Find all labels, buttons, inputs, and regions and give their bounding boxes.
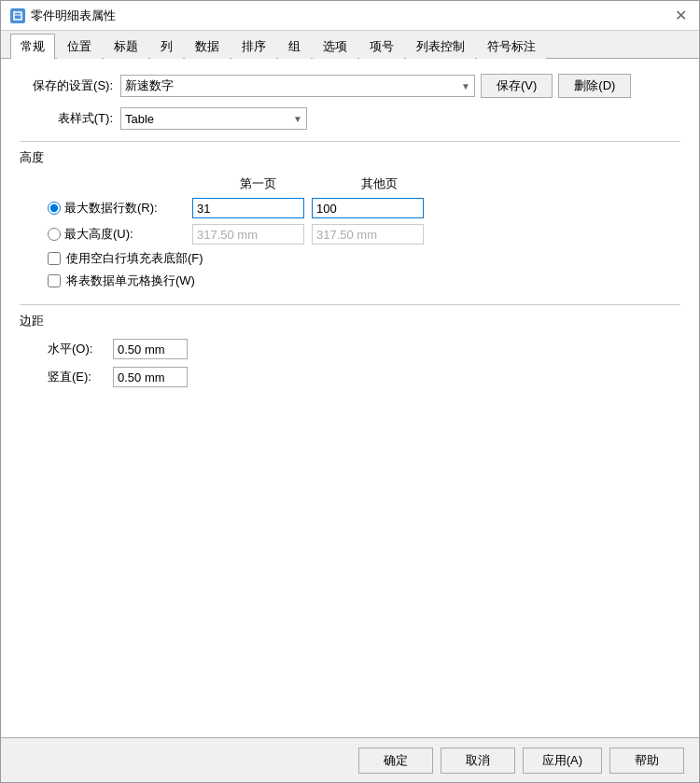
height-divider xyxy=(20,141,680,142)
tab-position[interactable]: 位置 xyxy=(57,34,102,59)
table-style-control: Table ▼ xyxy=(120,107,680,130)
wrap-cells-row[interactable]: 将表数据单元格换行(W) xyxy=(48,273,680,289)
tab-list-control[interactable]: 列表控制 xyxy=(406,34,475,59)
saved-settings-value: 新速数字 xyxy=(125,77,174,94)
ok-button[interactable]: 确定 xyxy=(358,748,433,774)
height-title: 高度 xyxy=(20,149,680,166)
tab-data[interactable]: 数据 xyxy=(185,34,230,59)
tab-bar: 常规 位置 标题 列 数据 排序 组 选项 项号 列表控制 符号标注 xyxy=(1,31,699,59)
title-bar: 零件明细表属性 ✕ xyxy=(1,1,699,31)
margin-divider xyxy=(20,304,680,305)
max-height-radio-label[interactable]: 最大高度(U): xyxy=(48,226,192,243)
max-height-other-input[interactable] xyxy=(312,224,424,245)
col-first-page: 第一页 xyxy=(197,175,318,192)
height-col-headers: 第一页 其他页 xyxy=(48,175,680,192)
fill-empty-label: 使用空白行填充表底部(F) xyxy=(66,250,203,267)
table-style-arrow: ▼ xyxy=(293,114,302,124)
footer: 确定 取消 应用(A) 帮助 xyxy=(1,737,699,782)
tab-title[interactable]: 标题 xyxy=(104,34,148,59)
max-rows-row: 最大数据行数(R): xyxy=(48,198,680,218)
close-button[interactable]: ✕ xyxy=(671,7,690,25)
vertical-margin-label: 竖直(E): xyxy=(48,369,113,385)
tab-general[interactable]: 常规 xyxy=(10,34,55,59)
saved-settings-select[interactable]: 新速数字 ▼ xyxy=(120,75,475,97)
save-button[interactable]: 保存(V) xyxy=(481,74,553,98)
horizontal-margin-row: 水平(O): xyxy=(48,339,680,359)
col-other-pages: 其他页 xyxy=(318,175,440,192)
margin-section: 边距 水平(O): 竖直(E): xyxy=(20,313,680,387)
fill-empty-checkbox[interactable] xyxy=(48,252,61,265)
tab-columns[interactable]: 列 xyxy=(150,34,183,59)
svg-rect-0 xyxy=(14,12,21,20)
help-button[interactable]: 帮助 xyxy=(609,748,684,774)
table-style-row: 表样式(T): Table ▼ xyxy=(20,107,680,130)
wrap-cells-label: 将表数据单元格换行(W) xyxy=(66,273,195,289)
vertical-margin-input[interactable] xyxy=(113,367,188,387)
max-height-label: 最大高度(U): xyxy=(64,226,133,243)
main-content: 保存的设置(S): 新速数字 ▼ 保存(V) 删除(D) 表样式(T): Tab… xyxy=(1,59,699,737)
saved-settings-label: 保存的设置(S): xyxy=(20,77,113,94)
saved-settings-arrow: ▼ xyxy=(461,81,470,91)
max-rows-radio-label[interactable]: 最大数据行数(R): xyxy=(48,200,192,217)
max-height-radio[interactable] xyxy=(48,228,61,241)
fill-empty-row[interactable]: 使用空白行填充表底部(F) xyxy=(48,250,680,267)
horizontal-margin-label: 水平(O): xyxy=(48,341,113,357)
max-rows-page1-input[interactable] xyxy=(192,198,304,218)
table-style-select[interactable]: Table ▼ xyxy=(120,107,307,130)
tab-symbol[interactable]: 符号标注 xyxy=(477,34,546,59)
vertical-margin-row: 竖直(E): xyxy=(48,367,680,387)
tab-group[interactable]: 组 xyxy=(278,34,311,59)
title-bar-left: 零件明细表属性 xyxy=(10,7,116,24)
wrap-cells-checkbox[interactable] xyxy=(48,274,61,287)
table-style-value: Table xyxy=(125,112,154,126)
tab-sort[interactable]: 排序 xyxy=(231,34,276,59)
table-style-label: 表样式(T): xyxy=(20,110,113,127)
cancel-button[interactable]: 取消 xyxy=(441,748,515,774)
max-rows-radio[interactable] xyxy=(48,202,61,215)
margin-title: 边距 xyxy=(20,313,680,329)
apply-button[interactable]: 应用(A) xyxy=(523,748,602,774)
window-title: 零件明细表属性 xyxy=(31,7,116,24)
max-rows-other-input[interactable] xyxy=(312,198,424,218)
saved-settings-row: 保存的设置(S): 新速数字 ▼ 保存(V) 删除(D) xyxy=(20,74,680,98)
tab-options[interactable]: 选项 xyxy=(313,34,357,59)
max-rows-label: 最大数据行数(R): xyxy=(64,200,158,217)
delete-button[interactable]: 删除(D) xyxy=(558,74,631,98)
tab-item-number[interactable]: 项号 xyxy=(359,34,404,59)
max-height-row: 最大高度(U): xyxy=(48,224,680,245)
max-height-page1-input[interactable] xyxy=(192,224,304,245)
window-icon xyxy=(10,8,25,23)
height-section: 高度 第一页 其他页 最大数据行数(R): 最大高度(U) xyxy=(20,149,680,289)
saved-settings-control: 新速数字 ▼ 保存(V) 删除(D) xyxy=(120,74,680,98)
horizontal-margin-input[interactable] xyxy=(113,339,188,359)
main-window: 零件明细表属性 ✕ 常规 位置 标题 列 数据 排序 组 选项 项号 列表控制 … xyxy=(0,0,700,783)
